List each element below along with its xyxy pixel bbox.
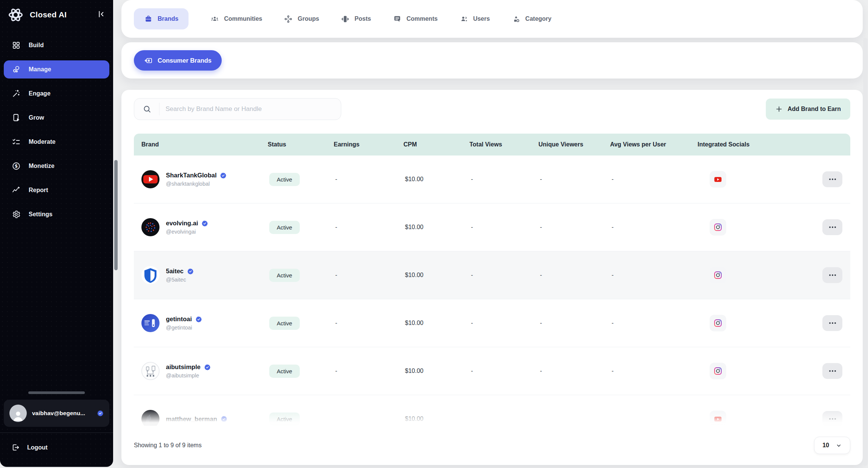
consumer-brands-button[interactable]: Consumer Brands: [134, 50, 222, 71]
table-row[interactable]: matthew_berman Active $10.00: [134, 395, 850, 426]
avg-views-cell: -: [603, 272, 690, 279]
tab-groups[interactable]: Groups: [284, 15, 319, 23]
sidebar-item-grow[interactable]: Grow: [4, 109, 109, 127]
build-icon: [12, 41, 21, 50]
consumer-brands-label: Consumer Brands: [158, 57, 212, 64]
brand-name: evolving.ai: [166, 220, 198, 227]
plus-icon: [775, 105, 783, 113]
more-actions-button[interactable]: [822, 171, 842, 187]
unique-viewers-cell: -: [531, 320, 603, 326]
status-badge: Active: [269, 173, 300, 186]
sidebar-item-build[interactable]: Build: [4, 36, 109, 54]
status-cell: Active: [260, 173, 326, 186]
brand-name: matthew_berman: [166, 416, 217, 423]
actions-cell: [814, 171, 850, 187]
tab-posts[interactable]: Posts: [341, 15, 371, 23]
status-badge: Active: [269, 317, 300, 330]
brand-card-icon: [144, 56, 153, 65]
brand-cell: aibutsimple @aibutsimple: [134, 362, 260, 380]
total-views-cell: -: [462, 320, 531, 326]
brand-cell: getintoai @getintoai: [134, 314, 260, 332]
sidebar-item-manage[interactable]: Manage: [4, 60, 109, 79]
sidebar-item-monetize[interactable]: $ Monetize: [4, 157, 109, 175]
column-header-brand: Brand: [134, 141, 260, 148]
table-row[interactable]: evolving.ai @evolvingai Active - $10.00 …: [134, 203, 850, 251]
search-input[interactable]: [159, 105, 341, 113]
table-row[interactable]: aibutsimple @aibutsimple Active - $10.00…: [134, 347, 850, 395]
table-footer: Showing 1 to 9 of 9 items 10: [121, 426, 863, 465]
avg-views-cell: -: [603, 368, 690, 374]
tab-list: Brands Communities Groups Posts Comments…: [134, 8, 551, 29]
sidebar-item-settings[interactable]: Settings: [4, 205, 109, 223]
table-row[interactable]: getintoai @getintoai Active - $10.00 - -…: [134, 299, 850, 347]
user-avatar: [9, 405, 27, 422]
sidebar-collapse-button[interactable]: [95, 9, 106, 20]
logout-label: Logout: [27, 444, 48, 451]
brand-cell: matthew_berman: [134, 410, 260, 426]
brand-avatar: [141, 218, 159, 236]
tab-label: Brands: [158, 15, 178, 22]
youtube-icon: [710, 411, 726, 426]
category-icon: [512, 15, 520, 23]
page-size-select[interactable]: 10: [814, 437, 850, 454]
sidebar-drag-handle[interactable]: [28, 391, 85, 394]
actions-cell: [814, 219, 850, 235]
instagram-icon: [710, 219, 726, 236]
earnings-cell: -: [326, 224, 396, 231]
more-actions-button[interactable]: [822, 363, 842, 379]
manage-icon: [12, 65, 21, 74]
more-actions-button[interactable]: [822, 411, 842, 426]
logout-button[interactable]: Logout: [0, 433, 113, 467]
table-row[interactable]: SharkTankGlobal @sharktankglobal Active …: [134, 155, 850, 203]
tab-comments[interactable]: Comments: [393, 15, 438, 23]
cpm-cell: $10.00: [396, 368, 462, 374]
sidebar-item-engage[interactable]: Engage: [4, 85, 109, 103]
avg-views-cell: -: [603, 224, 690, 231]
verified-badge-icon: [187, 268, 194, 275]
more-actions-button[interactable]: [822, 315, 842, 331]
avg-views-cell: -: [603, 176, 690, 183]
total-views-cell: -: [462, 368, 531, 374]
more-actions-button[interactable]: [822, 267, 842, 283]
search-box: [134, 98, 341, 120]
svg-text:$: $: [15, 163, 18, 169]
verified-badge-icon: [97, 410, 104, 417]
actions-cell: [814, 315, 850, 331]
sidebar-bottom: vaibhav@begenu... Logout: [0, 391, 113, 467]
tab-communities[interactable]: Communities: [210, 15, 262, 23]
sidebar-item-moderate[interactable]: Moderate: [4, 133, 109, 151]
brand-handle: @sharktankglobal: [166, 181, 227, 187]
youtube-icon: [710, 171, 726, 188]
sidebar-item-report[interactable]: Report: [4, 181, 109, 199]
tab-category[interactable]: Category: [512, 15, 551, 23]
tab-brands[interactable]: Brands: [134, 8, 189, 29]
sidebar-item-label: Settings: [29, 211, 52, 218]
logout-icon: [11, 443, 20, 452]
tab-label: Groups: [298, 15, 319, 22]
verified-badge-icon: [220, 172, 227, 179]
cpm-cell: $10.00: [396, 176, 462, 183]
status-badge: Active: [269, 221, 300, 234]
cpm-cell: $10.00: [396, 224, 462, 231]
add-brand-button[interactable]: Add Brand to Earn: [766, 99, 850, 120]
brand-title: Closed AI: [30, 10, 90, 19]
brand-name: SharkTankGlobal: [166, 172, 216, 179]
table-header: BrandStatusEarningsCPMTotal ViewsUnique …: [134, 134, 850, 155]
user-card[interactable]: vaibhav@begenu...: [4, 400, 109, 427]
table-row[interactable]: 5aitec @5aitec Active - $10.00 - - -: [134, 251, 850, 299]
avg-views-cell: -: [603, 320, 690, 326]
page-scrollbar-thumb[interactable]: [114, 160, 118, 270]
top-tabbar: Brands Communities Groups Posts Comments…: [121, 0, 863, 38]
more-actions-button[interactable]: [822, 219, 842, 235]
column-header-total-views: Total Views: [462, 141, 531, 148]
tab-users[interactable]: Users: [460, 15, 490, 23]
brand-avatar: [141, 170, 159, 188]
brand-handle: @evolvingai: [166, 229, 208, 235]
content-card: Add Brand to Earn BrandStatusEarningsCPM…: [121, 90, 863, 465]
brand-name: 5aitec: [166, 268, 184, 275]
socials-cell: [690, 219, 814, 236]
sidebar-nav: Build Manage Engage Grow Moderate $ Mone…: [0, 29, 113, 223]
tab-label: Category: [525, 15, 551, 22]
page-scrollbar-right[interactable]: [863, 38, 868, 466]
settings-icon: [12, 210, 21, 219]
